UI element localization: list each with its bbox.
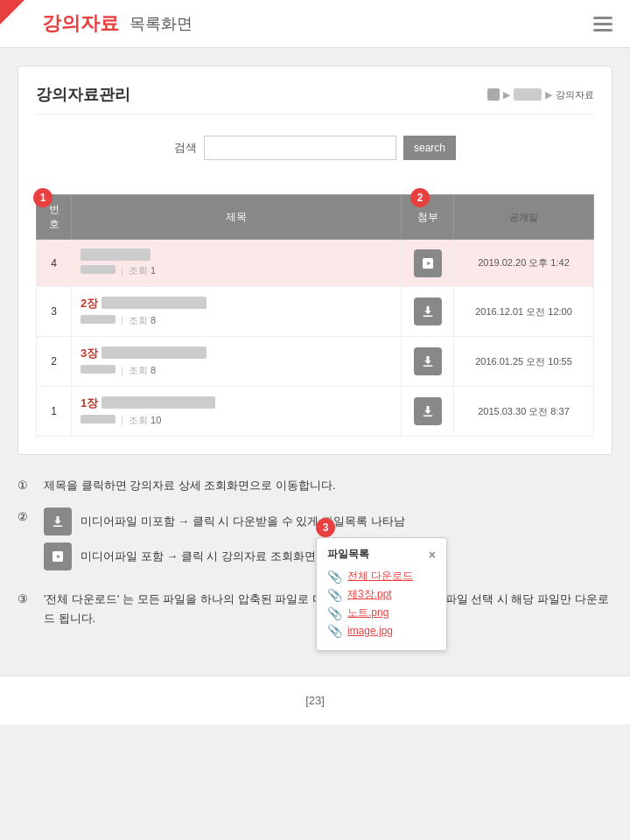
table-row: 3 2장 | 조회 8 [37, 287, 594, 337]
table-row: 4 | 조회 1 [37, 240, 594, 287]
instruction-num: ③ [18, 590, 35, 609]
title-meta: | 조회 8 [80, 364, 392, 377]
instruction-2: ② 미디어파일 미포함 → 클릭 시 다운받을 수 있게 파일목록 나타남 [18, 508, 612, 578]
cell-date: 2015.03.30 오전 8:37 [454, 387, 594, 437]
page-footer: [23] [0, 676, 630, 724]
list-item: 📎 전체 다운로드 [327, 569, 436, 584]
instruction-1: ① 제목을 클릭하면 강의자료 상세 조회화면으로 이동합니다. [18, 476, 612, 495]
list-item: 📎 image.jpg [327, 624, 436, 638]
card: 강의자료관리 ▶ ▶ 강의자료 검색 search [18, 66, 612, 455]
popup-close-button[interactable]: × [429, 548, 436, 562]
title-link[interactable]: 3장 [80, 346, 392, 361]
cell-title: 2장 | 조회 8 [72, 287, 402, 337]
page-number: [23] [305, 694, 325, 707]
instructions: ① 제목을 클릭하면 강의자료 상세 조회화면으로 이동합니다. ② 미디어파일… [18, 476, 612, 628]
list-item: 📎 제3장.ppt [327, 587, 436, 602]
title-blurred [80, 248, 150, 261]
menu-line-3 [593, 29, 612, 32]
file-popup: 3 파일목록 × 📎 전체 다운로드 📎 제3장.ppt [316, 518, 447, 651]
download-icon[interactable] [414, 347, 442, 375]
header-triangle [0, 0, 24, 24]
card-title: 강의자료관리 [36, 84, 130, 105]
search-button[interactable]: search [403, 136, 456, 160]
title-meta: | 조회 10 [80, 414, 392, 427]
popup-title: 파일목록 × [327, 547, 436, 562]
cell-date: 2016.01.25 오전 10:55 [454, 337, 594, 387]
table-row: 1 1장 | 조회 10 [37, 387, 594, 437]
cell-attach [402, 240, 454, 287]
file-link[interactable]: image.jpg [347, 625, 393, 637]
download-icon [44, 508, 72, 536]
download-icon[interactable] [414, 397, 442, 425]
col-num: 1 번호 [37, 195, 72, 240]
media-icon[interactable] [414, 249, 442, 277]
search-input[interactable] [204, 136, 396, 160]
list-item: 📎 노트.png [327, 606, 436, 620]
col-title: 제목 [72, 195, 402, 240]
page-header: 강의자료 목록화면 [0, 0, 630, 48]
download-icon[interactable] [414, 298, 442, 326]
paperclip-icon: 📎 [327, 606, 342, 620]
breadcrumb: ▶ ▶ 강의자료 [487, 88, 594, 102]
card-header: 강의자료관리 ▶ ▶ 강의자료 [36, 84, 594, 115]
header-title: 강의자료 [42, 10, 119, 37]
paperclip-icon: 📎 [327, 570, 342, 584]
badge-2: 2 [410, 188, 430, 207]
file-link[interactable]: 노트.png [347, 606, 388, 620]
cell-num: 3 [37, 287, 72, 337]
instruction-num: ① [18, 476, 35, 495]
media-icon [44, 542, 72, 570]
title-meta: | 조회 8 [80, 314, 392, 327]
menu-icon[interactable] [593, 17, 612, 32]
col-attach: 2 첨부 [402, 195, 454, 240]
table-header-row: 1 번호 제목 2 첨부 공개일 [37, 195, 594, 240]
cell-attach [402, 387, 454, 437]
search-label: 검색 [174, 140, 197, 156]
title-meta: | 조회 1 [80, 264, 392, 277]
cell-attach [402, 287, 454, 337]
instruction-num: ② [18, 508, 35, 527]
cell-title: | 조회 1 [72, 240, 402, 287]
paperclip-icon: 📎 [327, 624, 342, 638]
instruction-text: 제목을 클릭하면 강의자료 상세 조회화면으로 이동합니다. [44, 476, 336, 495]
col-date: 공개일 [454, 195, 594, 240]
home-icon [487, 88, 500, 101]
cell-date: 2016.12.01 오전 12:00 [454, 287, 594, 337]
file-link[interactable]: 전체 다운로드 [347, 569, 413, 584]
cell-title: 1장 | 조회 10 [72, 387, 402, 437]
search-bar: 검색 search [36, 129, 594, 167]
cell-num: 1 [37, 387, 72, 437]
title-link[interactable]: 1장 [80, 396, 392, 411]
breadcrumb-middle [514, 88, 542, 101]
badge-1: 1 [33, 188, 52, 207]
badge-3: 3 [316, 518, 335, 537]
breadcrumb-current: 강의자료 [556, 88, 594, 102]
cell-title: 3장 | 조회 8 [72, 337, 402, 387]
table-row: 2 3장 | 조회 8 [37, 337, 594, 387]
cell-attach [402, 337, 454, 387]
title-link[interactable] [80, 248, 392, 262]
table-wrapper: 1 번호 제목 2 첨부 공개일 4 [36, 181, 594, 437]
cell-num: 2 [37, 337, 72, 387]
main-container: 강의자료관리 ▶ ▶ 강의자료 검색 search [0, 48, 630, 658]
instruction-3: ③ '전체 다운로드' 는 모든 파일을 하나의 압축된 파일로 다운로드 할 … [18, 590, 612, 628]
paperclip-icon: 📎 [327, 588, 342, 602]
popup-box: 파일목록 × 📎 전체 다운로드 📎 제3장.ppt 📎 [316, 537, 447, 651]
title-link[interactable]: 2장 [80, 296, 392, 312]
meta-blurred [80, 265, 116, 274]
menu-line-2 [593, 23, 612, 25]
header-subtitle: 목록화면 [130, 13, 192, 34]
cell-num: 4 [37, 240, 72, 287]
menu-line-1 [593, 17, 612, 19]
file-link[interactable]: 제3장.ppt [347, 587, 392, 602]
popup-file-list: 📎 전체 다운로드 📎 제3장.ppt 📎 노트.png 📎 [327, 569, 436, 638]
cell-date: 2019.02.20 오후 1:42 [454, 240, 594, 287]
data-table: 1 번호 제목 2 첨부 공개일 4 [36, 194, 594, 437]
